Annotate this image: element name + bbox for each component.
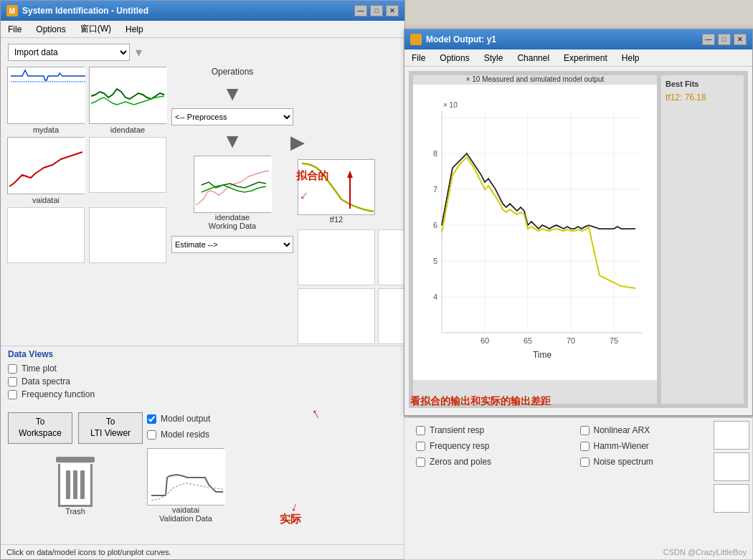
svg-text:65: 65: [524, 336, 532, 345]
svg-text:8: 8: [433, 149, 437, 158]
freq-resp-label: Frequency resp: [430, 441, 489, 451]
freq-resp-row: Frequency resp: [416, 441, 577, 451]
result-box-3: [714, 484, 749, 513]
mo-menu-channel[interactable]: Channel: [514, 52, 552, 65]
validation-box[interactable]: [147, 448, 224, 506]
empty-model-1[interactable]: [298, 229, 375, 285]
model-resids-label: Model resids: [161, 430, 209, 440]
menu-file[interactable]: File: [5, 23, 24, 36]
trash-label: Trash: [65, 507, 85, 516]
mo-menu-options[interactable]: Options: [437, 52, 472, 65]
validation-name: vaidatai: [172, 506, 199, 514]
working-data-box[interactable]: [194, 156, 271, 213]
nonlinear-arx-checkbox[interactable]: [580, 426, 589, 435]
estimate-select[interactable]: Estimate -->: [171, 236, 293, 253]
svg-text:6: 6: [433, 221, 437, 229]
model-output-label: Model output: [161, 414, 210, 424]
vaidatai-box[interactable]: [7, 137, 85, 194]
chart-svg: 4 5 6 7 8 60 65 70 75 Time × 10: [413, 85, 657, 380]
validation-label: Validation Data: [159, 514, 212, 523]
working-data-label: Working Data: [209, 222, 256, 230]
menu-window[interactable]: 窗口(W): [77, 22, 114, 37]
model-output-row: Model output: [147, 414, 224, 424]
data-panels: mydata idendatae: [6, 67, 167, 263]
mo-title: Model Output: y1: [426, 34, 496, 44]
time-plot-label: Time plot: [22, 364, 57, 374]
operations-title: Operations: [212, 67, 254, 77]
trash-lid: [56, 457, 95, 462]
vaidatai-preview: [8, 138, 85, 194]
idendatae-box[interactable]: [89, 67, 166, 124]
zeros-poles-row: Zeros and poles: [416, 457, 577, 467]
mo-title-bar: Model Output: y1 — □ ✕: [404, 29, 752, 49]
svg-rect-4: [298, 160, 375, 215]
validation-preview: [148, 449, 225, 505]
nonlinear-arx-label: Nonlinear ARX: [594, 425, 650, 435]
model-resids-row: Model resids: [147, 430, 224, 440]
empty-data-box3[interactable]: [89, 207, 166, 263]
import-dropdown-icon: ▾: [136, 44, 142, 60]
svg-text:60: 60: [480, 336, 489, 345]
preprocess-select[interactable]: <-- Preprocess: [171, 108, 293, 125]
minimize-button[interactable]: —: [354, 5, 367, 16]
empty-data-box[interactable]: [89, 137, 166, 193]
mo-menu-style[interactable]: Style: [481, 52, 506, 65]
idendatae-container: idendatae: [88, 67, 167, 134]
time-plot-checkbox[interactable]: [8, 364, 17, 374]
data-spectra-label: Data spectra: [22, 376, 70, 386]
freq-resp-checkbox[interactable]: [416, 442, 425, 451]
menu-options[interactable]: Options: [33, 23, 68, 36]
tf12-preview: [298, 160, 375, 215]
mo-minimize[interactable]: —: [702, 34, 715, 45]
freq-function-checkbox[interactable]: [8, 390, 17, 399]
mydata-preview: [8, 67, 85, 123]
operations-section: Operations ▼ <-- Preprocess ▼: [171, 67, 293, 253]
zeros-poles-checkbox[interactable]: [416, 457, 425, 467]
noise-spectrum-checkbox[interactable]: [580, 457, 589, 467]
maximize-button[interactable]: □: [370, 5, 383, 16]
close-button[interactable]: ✕: [386, 5, 399, 16]
to-workspace-button[interactable]: ToWorkspace: [8, 412, 72, 444]
tf12-label: tf12: [330, 215, 343, 224]
main-chart: × 10 Measured and simulated model output: [413, 75, 657, 404]
mo-close[interactable]: ✕: [734, 34, 747, 45]
time-plot-row: Time plot: [8, 364, 397, 374]
mydata-container: mydata: [6, 67, 85, 134]
model-resids-checkbox[interactable]: [147, 430, 156, 440]
mo-menu-file[interactable]: File: [409, 52, 428, 65]
tf12-box[interactable]: [298, 159, 375, 215]
model-output-checkbox[interactable]: [147, 414, 156, 424]
empty-data-box2[interactable]: [7, 207, 85, 263]
mo-menu-experiment[interactable]: Experiment: [561, 52, 610, 65]
mydata-box[interactable]: [7, 67, 85, 124]
empty-box3-container: [88, 207, 167, 263]
matlab-icon: M: [6, 5, 18, 16]
transient-resp-checkbox[interactable]: [416, 426, 425, 435]
import-select[interactable]: Import data: [8, 44, 130, 61]
to-lti-button[interactable]: ToLTI Viewer: [78, 412, 143, 444]
status-bar: Click on data/model icons to plot/unplot…: [1, 544, 404, 559]
window-title: System Identification - Untitled: [22, 6, 148, 16]
empty-model-3[interactable]: [298, 288, 375, 344]
left-bottom: ToWorkspace ToLTI Viewer Trash: [8, 407, 143, 516]
right-arrow: ▶: [290, 131, 305, 153]
mo-icon: [410, 34, 422, 45]
data-views-section: Data Views Time plot Data spectra Freque…: [1, 346, 404, 405]
vaidatai-label: vaidatai: [32, 196, 60, 204]
result-boxes: [714, 421, 749, 513]
data-spectra-row: Data spectra: [8, 376, 397, 386]
svg-text:70: 70: [567, 336, 575, 345]
mo-menu: File Options Style Channel Experiment He…: [404, 49, 752, 67]
menu-help[interactable]: Help: [123, 23, 146, 36]
data-spectra-checkbox[interactable]: [8, 377, 17, 386]
mo-maximize[interactable]: □: [718, 34, 731, 45]
noise-spectrum-label: Noise spectrum: [594, 457, 653, 467]
hamm-wiener-checkbox[interactable]: [580, 442, 589, 451]
main-window: M System Identification - Untitled — □ ✕…: [0, 0, 405, 560]
result-box-2: [714, 452, 749, 481]
trash-icon[interactable]: [58, 464, 93, 507]
ext-checkboxes-grid: Transient resp Nonlinear ARX Frequency r…: [404, 418, 752, 477]
working-data-section: idendatae Working Data: [194, 156, 271, 230]
mo-menu-help[interactable]: Help: [619, 52, 643, 65]
svg-text:× 10: × 10: [443, 101, 458, 109]
